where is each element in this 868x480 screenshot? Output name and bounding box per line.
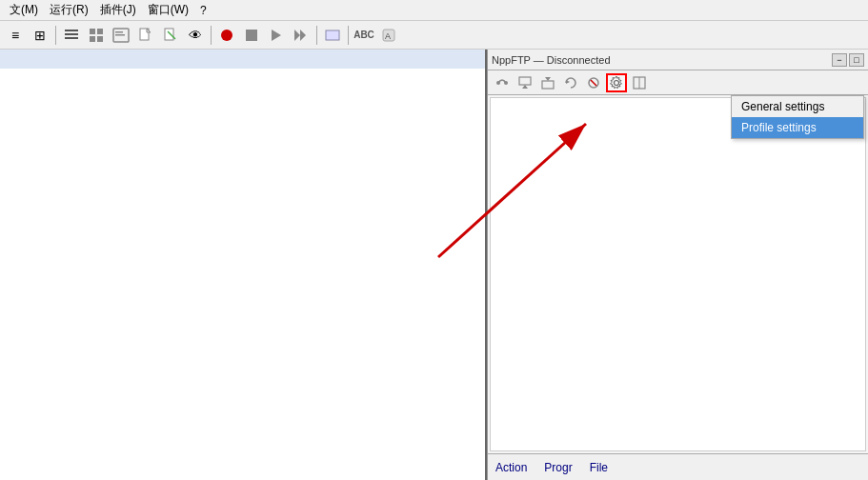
toolbar-btn-stop[interactable] xyxy=(240,24,263,47)
toolbar-btn-8[interactable]: 👁 xyxy=(184,24,207,47)
ftp-download-button[interactable] xyxy=(537,73,558,92)
toolbar-btn-3[interactable] xyxy=(60,24,83,47)
editor-highlight-line xyxy=(0,50,485,69)
toolbar-btn-6[interactable] xyxy=(134,24,157,47)
toolbar-btn-4[interactable] xyxy=(85,24,108,47)
ftp-panel: NppFTP — Disconnected − □ xyxy=(487,50,868,480)
svg-point-15 xyxy=(221,30,232,41)
toolbar-btn-macro[interactable] xyxy=(321,24,344,47)
toolbar-btn-record[interactable] xyxy=(215,24,238,47)
toolbar-separator-4 xyxy=(348,26,349,45)
svg-rect-16 xyxy=(246,30,257,41)
svg-rect-9 xyxy=(115,34,125,36)
menu-run[interactable]: 运行(R) xyxy=(44,0,94,20)
svg-rect-8 xyxy=(115,31,123,33)
ftp-tab-file[interactable]: File xyxy=(586,459,612,476)
toolbar-icon-last: A xyxy=(381,28,396,43)
toolbar-icon-play xyxy=(269,28,284,43)
ftp-disconnect-button[interactable] xyxy=(583,73,604,92)
ftp-window-buttons: − □ xyxy=(832,53,864,67)
ftp-maximize-button[interactable]: □ xyxy=(849,53,864,67)
ftp-title: NppFTP — Disconnected xyxy=(492,54,611,66)
toolbar-separator-1 xyxy=(55,26,56,45)
ftp-header: NppFTP — Disconnected − □ xyxy=(488,50,868,70)
toolbar-icon-playall xyxy=(293,28,309,43)
svg-line-31 xyxy=(591,80,596,86)
svg-text:A: A xyxy=(385,31,391,41)
ftp-toolbar: General settings Profile settings xyxy=(488,70,868,95)
svg-rect-6 xyxy=(97,36,103,42)
svg-marker-19 xyxy=(300,30,306,41)
svg-rect-4 xyxy=(97,29,103,34)
toolbar-icon-4 xyxy=(88,27,105,44)
toolbar-icon-3 xyxy=(63,27,80,44)
toolbar-btn-abc[interactable]: ABC xyxy=(353,24,375,47)
svg-marker-17 xyxy=(272,30,281,41)
toolbar-separator-2 xyxy=(211,26,212,45)
svg-point-24 xyxy=(504,81,508,85)
main-toolbar: ≡ ⊞ 👁 xyxy=(0,21,868,50)
toolbar-btn-playall[interactable] xyxy=(290,24,313,47)
svg-rect-27 xyxy=(542,81,554,89)
main-layout: NppFTP — Disconnected − □ xyxy=(0,50,868,480)
toolbar-icon-stop xyxy=(244,28,259,43)
ftp-refresh-button[interactable] xyxy=(560,73,581,92)
ftp-upload-icon xyxy=(517,75,533,90)
menu-help[interactable]: ? xyxy=(194,2,212,19)
ftp-tab-action[interactable]: Action xyxy=(492,459,531,476)
svg-rect-0 xyxy=(65,30,78,31)
toolbar-btn-last[interactable]: A xyxy=(377,24,400,47)
toolbar-separator-3 xyxy=(316,26,317,45)
svg-rect-2 xyxy=(65,37,78,39)
toolbar-icon-macro xyxy=(325,28,340,43)
ftp-content-area[interactable] xyxy=(490,97,866,451)
svg-rect-1 xyxy=(65,33,78,35)
toolbar-btn-7[interactable] xyxy=(159,24,182,47)
svg-marker-29 xyxy=(566,80,570,84)
svg-point-23 xyxy=(496,81,500,85)
ftp-panel-icon xyxy=(632,75,647,90)
svg-rect-5 xyxy=(90,36,95,42)
menu-bar: 文(M) 运行(R) 插件(J) 窗口(W) ? xyxy=(0,0,868,21)
profile-settings-item[interactable]: Profile settings xyxy=(732,117,863,138)
svg-rect-20 xyxy=(326,30,339,40)
ftp-upload-button[interactable] xyxy=(515,73,535,92)
menu-plugins[interactable]: 插件(J) xyxy=(94,0,142,20)
general-settings-item[interactable]: General settings xyxy=(732,96,863,117)
toolbar-btn-2[interactable]: ⊞ xyxy=(29,24,51,47)
toolbar-icon-5 xyxy=(112,27,130,44)
toolbar-btn-play[interactable] xyxy=(265,24,288,47)
svg-point-32 xyxy=(615,80,619,85)
ftp-panel-toggle-button[interactable] xyxy=(629,73,650,92)
ftp-settings-button[interactable] xyxy=(606,73,627,92)
svg-rect-25 xyxy=(519,77,531,85)
toolbar-icon-6 xyxy=(137,27,154,44)
ftp-tab-progr[interactable]: Progr xyxy=(540,459,575,476)
menu-window[interactable]: 窗口(W) xyxy=(142,0,194,20)
svg-marker-18 xyxy=(294,30,300,41)
svg-rect-3 xyxy=(90,29,95,34)
ftp-download-icon xyxy=(540,75,555,90)
svg-rect-13 xyxy=(165,29,173,40)
ftp-disconnect-icon xyxy=(586,75,601,90)
ftp-connect-icon xyxy=(495,75,510,90)
ftp-refresh-icon xyxy=(563,75,578,90)
toolbar-icon-record xyxy=(219,28,234,43)
settings-dropdown: General settings Profile settings xyxy=(731,95,864,139)
toolbar-icon-7 xyxy=(162,27,179,44)
ftp-minimize-button[interactable]: − xyxy=(832,53,847,67)
ftp-connect-button[interactable] xyxy=(492,73,513,92)
ftp-bottom-bar: Action Progr File xyxy=(488,453,868,480)
toolbar-btn-1[interactable]: ≡ xyxy=(4,24,27,47)
gear-icon xyxy=(609,75,624,90)
toolbar-btn-5[interactable] xyxy=(110,24,132,47)
editor-panel[interactable] xyxy=(0,50,487,480)
menu-file[interactable]: 文(M) xyxy=(4,0,44,20)
